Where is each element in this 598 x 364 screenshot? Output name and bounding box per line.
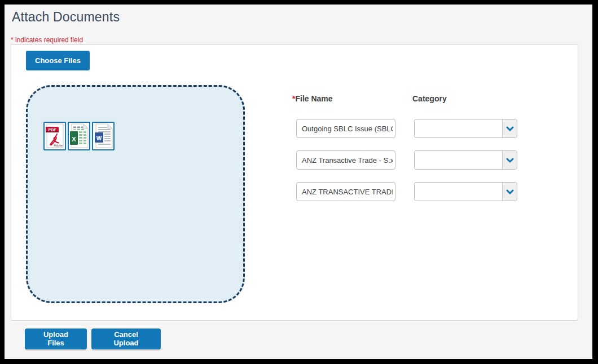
category-select-1-value <box>415 119 502 137</box>
svg-text:PDF: PDF <box>49 128 57 132</box>
page-content: Attach Documents * indicates required fi… <box>5 5 592 359</box>
file-name-header-label: File Name <box>295 94 332 103</box>
chevron-down-icon[interactable] <box>502 151 517 169</box>
category-select-3-value <box>415 183 502 201</box>
file-dropzone[interactable]: PDF Adobe <box>26 85 245 303</box>
file-name-input-3[interactable] <box>296 182 395 201</box>
word-file-icon: W <box>94 123 113 149</box>
svg-text:Adobe: Adobe <box>54 144 63 147</box>
pdf-file-icon: PDF Adobe <box>45 123 64 149</box>
file-name-input-2[interactable] <box>296 150 395 170</box>
bottom-actions: Upload Files Cancel Upload <box>25 329 161 349</box>
upload-files-button[interactable]: Upload Files <box>25 329 87 349</box>
attached-file-pdf[interactable]: PDF Adobe <box>43 122 66 150</box>
category-select-1[interactable] <box>414 119 517 138</box>
category-column-header: Category <box>412 94 447 103</box>
svg-text:W: W <box>96 135 102 141</box>
category-select-2[interactable] <box>414 150 517 170</box>
attached-file-word[interactable]: W <box>92 122 115 150</box>
excel-file-icon: X <box>69 123 89 149</box>
page-title: Attach Documents <box>12 10 120 25</box>
cancel-upload-button[interactable]: Cancel Upload <box>91 329 161 349</box>
attach-documents-page: { "page": { "title": "Attach Documents",… <box>0 0 598 364</box>
chevron-down-icon[interactable] <box>502 183 517 201</box>
category-select-3[interactable] <box>414 182 517 201</box>
choose-files-button[interactable]: Choose Files <box>26 51 90 70</box>
required-field-note: * indicates required field <box>11 36 83 44</box>
attached-file-icons: PDF Adobe <box>43 122 115 150</box>
chevron-down-icon[interactable] <box>502 119 517 137</box>
file-name-input-1[interactable] <box>296 119 395 138</box>
attach-documents-panel: Choose Files PDF Adobe <box>11 44 578 321</box>
attached-file-excel[interactable]: X <box>68 122 90 150</box>
file-name-column-header: *File Name <box>292 94 333 103</box>
category-select-2-value <box>415 151 502 169</box>
svg-text:X: X <box>72 136 76 143</box>
